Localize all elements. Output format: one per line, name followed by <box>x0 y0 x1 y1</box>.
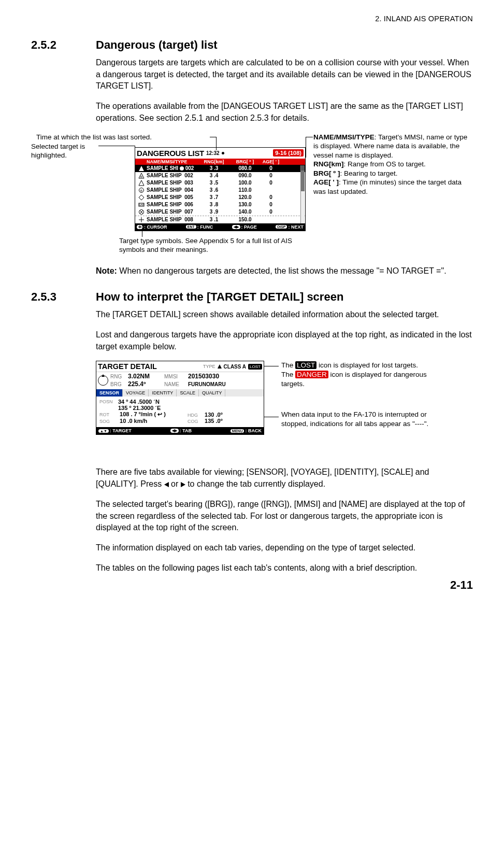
scrollbar[interactable] <box>300 165 305 223</box>
brg-value: 225.4º <box>128 380 164 388</box>
table-row[interactable]: SAMPLE SHIP 005 3 .7 120.0 0 <box>135 194 305 201</box>
label-rng: RNG[km] <box>313 160 344 168</box>
leader-line <box>264 366 279 366</box>
name-value: FURUNOMARU <box>188 381 262 387</box>
right-arrow-icon <box>181 482 185 487</box>
body-text: Lost and dangerous targets have the appr… <box>31 329 473 352</box>
target-rows: SAMPLE SHI 002 3 .3 080.0 0 B SAMPLE SHI… <box>135 165 305 223</box>
body-text: The [TARGET DETAIL] screen shows availab… <box>31 309 473 321</box>
body-text: There are five tabs available for viewin… <box>31 466 473 490</box>
target-symbol-icon: SAR <box>136 202 147 208</box>
left-arrow-icon <box>164 482 169 487</box>
callout-lost-danger: The LOST icon is displayed for lost targ… <box>281 361 437 388</box>
target-symbol-icon <box>136 194 147 201</box>
label-name-mmsi-type: NAME/MMSI/TYPE <box>313 133 375 141</box>
table-row[interactable]: SAMPLE SHIP 003 3 .5 100.0 0 <box>135 179 305 187</box>
tab-bar: SENSOR VOYAGE IDENTITY SCALE QUALITY <box>96 389 264 396</box>
table-row[interactable]: B SAMPLE SHIP 002 3 .4 090.0 0 <box>135 172 305 179</box>
body-text: The tables on the following pages list e… <box>31 562 473 574</box>
mmsi-label: MMSI <box>164 374 188 379</box>
cog-value: 135 .0º <box>205 418 223 424</box>
tab-sensor[interactable]: SENSOR <box>96 389 123 396</box>
rng-label: RNG <box>110 374 128 379</box>
table-row[interactable]: SAMPLE SHI 002 3 .3 080.0 0 <box>135 165 305 172</box>
panel-title-bar: DANGEROUS LIST 12:32 9-16 (108) <box>135 148 305 159</box>
sog-value: 10 .0 km/h <box>120 418 147 424</box>
menu-key-icon: MENU <box>231 429 244 433</box>
panel-footer: ▲▼: TARGET ◀▶: TAB MENU: BACK <box>96 427 264 434</box>
rng-value: 3.02NM <box>128 373 164 380</box>
svg-marker-3 <box>139 180 144 186</box>
table-row[interactable]: B SAMPLE SHIP 004 3 .6 110.0 <box>135 187 305 194</box>
target-symbol-icon <box>136 209 147 215</box>
sog-label: SOG <box>99 419 118 424</box>
section-number: 2.5.2 <box>31 38 96 52</box>
section-title: How to interpret the [TARGET DETAIL] scr… <box>96 290 343 304</box>
table-row[interactable]: SAR SAMPLE SHIP 006 3 .8 130.0 0 <box>135 201 305 208</box>
mmsi-value: 201503030 <box>188 373 262 380</box>
scroll-up-icon[interactable] <box>301 165 305 171</box>
label-age: AGE[ ' ] <box>313 178 339 186</box>
target-symbol-icon: B <box>136 187 147 193</box>
svg-text:B: B <box>140 175 142 178</box>
dangerous-list-panel: DANGEROUS LIST 12:32 9-16 (108) NAME/MMS… <box>135 147 306 231</box>
callout-symbols: Target type symbols. See Appendix 5 for … <box>119 236 311 254</box>
svg-marker-6 <box>139 195 144 200</box>
section-title: Dangerous (target) list <box>96 38 218 52</box>
posn-lon: 135 º 21.3000 ´E <box>118 405 161 411</box>
leader-line <box>264 417 279 417</box>
callout-column-descriptions: NAME/MMSI/TYPE: Target's MMSI, name or t… <box>313 133 474 196</box>
lost-badge: LOST <box>248 364 262 370</box>
panel-title-bar: TARGET DETAIL TYPE CLASS A LOST <box>96 361 264 372</box>
scroll-thumb[interactable] <box>301 171 305 191</box>
svg-text:B: B <box>140 189 142 192</box>
dot-icon <box>222 152 224 154</box>
body-text: Dangerous targets are targets which are … <box>31 57 473 92</box>
body-text: The selected target's bearing ([BRG]), r… <box>31 499 473 534</box>
section-heading-2-5-2: 2.5.2 Dangerous (target) list <box>31 38 473 52</box>
callout-interrupted: When data input to the FA-170 is interru… <box>281 410 439 428</box>
posn-lat: 34 º 44 .5000 ´N <box>118 399 160 405</box>
page-number: 2-11 <box>450 578 473 592</box>
note-text: Note: When no dangerous targets are dete… <box>31 265 473 277</box>
col-age: AGE[ ' ] <box>261 159 281 164</box>
figure-target-detail: TARGET DETAIL TYPE CLASS A LOST RNG 3.02… <box>31 361 473 459</box>
leftright-key-icon: ◀▶ <box>170 429 179 433</box>
lost-badge-inline: LOST <box>295 361 316 369</box>
leader-line <box>210 137 216 137</box>
arrows-key-icon: ◀▶ <box>232 225 240 229</box>
rot-label: ROT <box>99 412 118 417</box>
target-detail-panel: TARGET DETAIL TYPE CLASS A LOST RNG 3.02… <box>96 361 264 435</box>
tab-identity[interactable]: IDENTITY <box>149 389 177 396</box>
type-value: CLASS A <box>224 364 247 370</box>
col-rng: RNG[km] <box>198 159 229 164</box>
section-heading-2-5-3: 2.5.3 How to interpret the [TARGET DETAI… <box>31 290 473 304</box>
ent-key-icon: ENT <box>186 225 196 229</box>
disp-key-icon: DISP <box>276 225 287 229</box>
tab-voyage[interactable]: VOYAGE <box>123 389 149 396</box>
panel-footer: ⊕: CURSOR ENT: FUNC ◀▶: PAGE DISP: NEXT <box>135 223 305 231</box>
panel-title: DANGEROUS LIST <box>137 149 204 158</box>
tab-quality[interactable]: QUALITY <box>199 389 226 396</box>
hdg-value: 130 .0º <box>205 412 223 418</box>
count-chip: 9-16 (108) <box>273 149 304 157</box>
callout-selected: Selected target is highlighted. <box>31 142 109 160</box>
target-symbol-icon <box>136 165 147 172</box>
name-label: NAME <box>164 381 188 387</box>
svg-marker-0 <box>139 166 144 171</box>
hdg-label: HDG <box>188 413 203 418</box>
tab-body: POSN 34 º 44 .5000 ´N 135 º 21.3000 ´E R… <box>96 396 264 427</box>
column-header-row: NAME/MMSI/TYPE RNG[km] BRG[ º ] AGE[ ' ] <box>135 159 305 165</box>
body-text: The information displayed on each tab va… <box>31 542 473 554</box>
table-row[interactable]: SAMPLE SHIP 008 3 .1 150.0 <box>135 216 305 223</box>
posn-label: POSN <box>99 399 118 404</box>
table-row[interactable]: SAMPLE SHIP 007 3 .9 140.0 0 <box>135 208 305 216</box>
page-header: 2. INLAND AIS OPERATION <box>31 15 473 23</box>
tab-scale[interactable]: SCALE <box>177 389 199 396</box>
target-symbol-icon: B <box>136 173 147 179</box>
cog-label: COG <box>188 419 203 424</box>
note-label: Note: <box>96 266 117 275</box>
type-label: TYPE <box>203 364 215 369</box>
leader-line <box>306 137 306 158</box>
panel-title: TARGET DETAIL <box>98 362 157 371</box>
